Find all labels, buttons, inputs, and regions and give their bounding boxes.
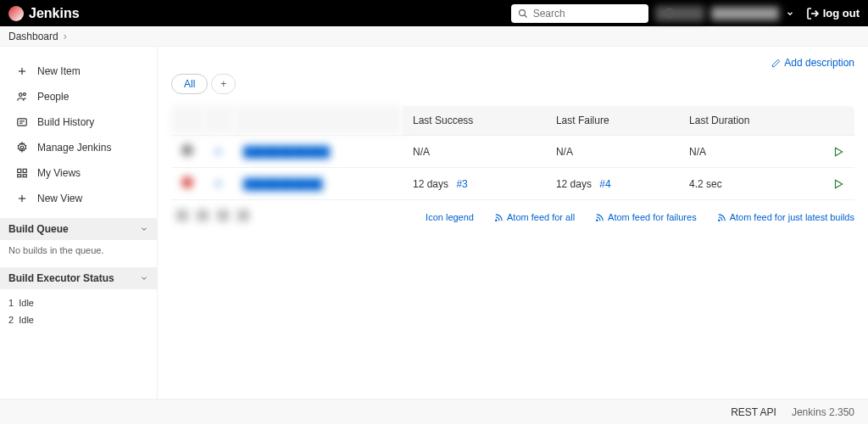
last-failure-value: 12 days bbox=[556, 178, 592, 190]
executor-status-title: Build Executor Status bbox=[8, 272, 114, 284]
svg-point-12 bbox=[20, 146, 24, 149]
version-label: Jenkins 2.350 bbox=[792, 406, 854, 418]
chevron-right-icon: › bbox=[64, 31, 67, 42]
plus-icon bbox=[15, 192, 29, 205]
rss-icon bbox=[494, 213, 504, 222]
jobs-table: Last Success Last Failure Last Duration … bbox=[171, 106, 854, 200]
build-link[interactable]: #3 bbox=[456, 178, 467, 190]
svg-point-23 bbox=[718, 220, 719, 221]
sidebar-item-label: New View bbox=[37, 193, 82, 204]
col-name[interactable] bbox=[233, 106, 403, 136]
build-queue-header[interactable]: Build Queue bbox=[0, 218, 157, 240]
atom-feed-failures[interactable]: Atom feed for failures bbox=[595, 212, 697, 222]
svg-line-1 bbox=[524, 14, 526, 17]
sidebar: New Item People Build History Manage Jen… bbox=[0, 47, 158, 399]
user-area[interactable] bbox=[655, 6, 779, 21]
sidebar-item-label: Manage Jenkins bbox=[37, 142, 111, 154]
svg-marker-20 bbox=[836, 180, 843, 187]
atom-feed-all[interactable]: Atom feed for all bbox=[494, 212, 575, 222]
plus-icon bbox=[15, 64, 29, 78]
svg-point-8 bbox=[23, 93, 25, 96]
rest-api-link[interactable]: REST API bbox=[731, 406, 776, 418]
breadcrumb-dashboard[interactable]: Dashboard bbox=[8, 31, 58, 42]
svg-point-0 bbox=[519, 9, 525, 15]
build-now-button[interactable] bbox=[832, 146, 844, 158]
status-icon bbox=[181, 144, 193, 156]
col-weather[interactable] bbox=[203, 106, 233, 136]
build-queue-body: No builds in the queue. bbox=[0, 240, 157, 260]
sidebar-item-people[interactable]: People bbox=[0, 84, 157, 109]
build-queue-title: Build Queue bbox=[8, 223, 69, 235]
tab-add[interactable]: + bbox=[211, 74, 236, 94]
svg-point-7 bbox=[19, 93, 23, 97]
sidebar-item-label: Build History bbox=[37, 116, 94, 128]
views-icon bbox=[15, 166, 29, 180]
executor-row: 2 Idle bbox=[8, 311, 148, 328]
sidebar-item-build-history[interactable]: Build History bbox=[0, 109, 157, 135]
status-icon bbox=[181, 176, 193, 188]
history-icon bbox=[15, 115, 29, 129]
breadcrumb: Dashboard › bbox=[0, 26, 868, 47]
sidebar-item-my-views[interactable]: My Views bbox=[0, 160, 157, 186]
build-queue-panel: Build Queue No builds in the queue. bbox=[0, 218, 157, 260]
last-duration-value: 4.2 sec bbox=[689, 178, 722, 190]
view-tabs: All + bbox=[171, 74, 854, 94]
brand-name: Jenkins bbox=[29, 6, 80, 21]
sidebar-item-new-view[interactable]: New View bbox=[0, 186, 157, 211]
logout-label: log out bbox=[823, 7, 860, 20]
sidebar-item-label: New Item bbox=[37, 65, 81, 77]
logout-button[interactable]: log out bbox=[806, 7, 860, 20]
weather-icon: ☀ bbox=[214, 146, 223, 158]
jenkins-logo-icon bbox=[8, 6, 24, 21]
chevron-down-icon[interactable] bbox=[786, 9, 794, 18]
sidebar-item-label: My Views bbox=[37, 167, 81, 179]
table-row: ☀ ████████████ N/A N/A N/A bbox=[171, 136, 854, 168]
build-now-button[interactable] bbox=[832, 178, 844, 190]
svg-rect-15 bbox=[18, 175, 21, 177]
svg-point-22 bbox=[597, 220, 598, 221]
col-last-duration[interactable]: Last Duration bbox=[679, 106, 822, 136]
icon-size-picker[interactable] bbox=[171, 210, 249, 221]
sidebar-item-new-item[interactable]: New Item bbox=[0, 59, 157, 84]
sidebar-item-manage[interactable]: Manage Jenkins bbox=[0, 135, 157, 160]
search-box[interactable] bbox=[511, 4, 648, 23]
svg-marker-19 bbox=[836, 148, 843, 155]
logout-icon bbox=[806, 7, 820, 20]
svg-rect-9 bbox=[18, 119, 27, 126]
executor-status-header[interactable]: Build Executor Status bbox=[0, 267, 157, 289]
people-icon bbox=[15, 90, 29, 103]
sidebar-item-label: People bbox=[37, 91, 69, 103]
col-status[interactable] bbox=[171, 106, 203, 136]
weather-icon: ☀ bbox=[214, 178, 223, 190]
pencil-icon bbox=[771, 59, 781, 68]
col-last-success[interactable]: Last Success bbox=[403, 106, 546, 136]
search-icon bbox=[518, 8, 528, 19]
rss-icon bbox=[595, 213, 604, 222]
main-content: Add description All + Last Success Last … bbox=[158, 47, 868, 399]
search-input[interactable] bbox=[533, 8, 660, 20]
job-name-link[interactable]: ████████████ bbox=[243, 146, 330, 158]
rss-icon bbox=[717, 213, 726, 222]
atom-feed-latest[interactable]: Atom feed for just latest builds bbox=[717, 212, 854, 222]
col-build bbox=[822, 106, 854, 136]
last-failure-value: N/A bbox=[556, 146, 573, 158]
gear-icon bbox=[15, 141, 29, 154]
svg-rect-16 bbox=[23, 175, 26, 177]
icon-legend-link[interactable]: Icon legend bbox=[426, 212, 474, 222]
header: Jenkins log out bbox=[0, 0, 868, 26]
last-success-value: N/A bbox=[413, 146, 430, 158]
svg-rect-14 bbox=[23, 169, 26, 172]
col-last-failure[interactable]: Last Failure bbox=[546, 106, 679, 136]
add-description-label: Add description bbox=[784, 57, 854, 69]
add-description-button[interactable]: Add description bbox=[771, 57, 854, 69]
executor-status-body: 1 Idle 2 Idle bbox=[0, 289, 157, 333]
svg-point-21 bbox=[496, 220, 497, 221]
svg-rect-13 bbox=[18, 169, 21, 172]
footer: REST API Jenkins 2.350 bbox=[0, 399, 868, 424]
job-name-link[interactable]: ███████████ bbox=[243, 178, 323, 190]
feeds-bar: Icon legend Atom feed for all Atom feed … bbox=[426, 212, 854, 222]
build-link[interactable]: #4 bbox=[599, 178, 610, 190]
executor-status-panel: Build Executor Status 1 Idle 2 Idle bbox=[0, 267, 157, 333]
logo[interactable]: Jenkins bbox=[8, 6, 80, 21]
tab-all[interactable]: All bbox=[171, 74, 208, 94]
